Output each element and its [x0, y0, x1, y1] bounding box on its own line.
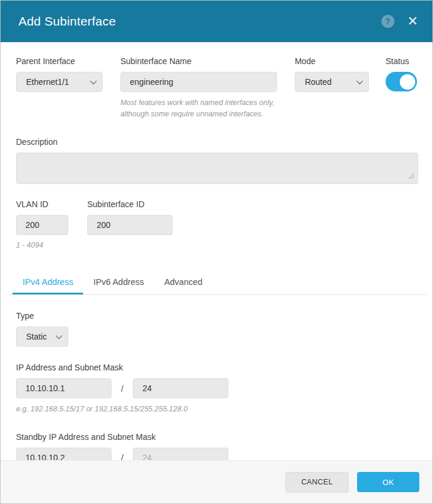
subnet-mask-input[interactable]: [133, 378, 228, 398]
type-label: Type: [16, 311, 417, 321]
dialog-header: Add Subinterface ? ✕: [1, 1, 432, 42]
subinterface-name-helper: Most features work with named interfaces…: [120, 97, 277, 121]
dialog-body: Parent Interface Ethernet1/1 Subinterfac…: [1, 42, 432, 460]
description-textarea[interactable]: [16, 153, 418, 184]
subinterface-name-input[interactable]: [120, 72, 277, 92]
ip-separator: /: [121, 383, 123, 394]
standby-mask-input[interactable]: [133, 448, 228, 461]
chevron-down-icon: [356, 78, 363, 84]
vlan-id-input[interactable]: [16, 215, 68, 235]
ip-address-label: IP Address and Subnet Mask: [16, 363, 417, 372]
row-id-fields: VLAN ID 1 - 4094 Subinterface ID: [16, 199, 417, 251]
standby-ip-row: /: [16, 448, 417, 461]
row-top-fields: Parent Interface Ethernet1/1 Subinterfac…: [16, 56, 417, 121]
ip-address-hint: e.g. 192.168.5.15/17 or 192.168.5.15/255…: [16, 404, 417, 415]
mode-label: Mode: [295, 56, 369, 66]
address-tabs: IPv4 Address IPv6 Address Advanced: [7, 271, 426, 295]
standby-ip-label: Standby IP Address and Subnet Mask: [16, 432, 417, 442]
parent-interface-label: Parent Interface: [16, 56, 103, 66]
tab-ipv6-address[interactable]: IPv6 Address: [83, 271, 154, 294]
subinterface-name-label: Subinterface Name: [120, 56, 277, 66]
subinterface-id-label: Subinterface ID: [87, 199, 173, 209]
close-icon[interactable]: ✕: [407, 15, 418, 28]
standby-ip-input[interactable]: [16, 448, 112, 461]
chevron-down-icon: [56, 332, 62, 339]
ip-address-input[interactable]: [16, 378, 112, 398]
dialog-title: Add Subinterface: [18, 14, 381, 28]
type-select[interactable]: Static: [16, 327, 68, 347]
description-label: Description: [16, 137, 417, 147]
mode-select[interactable]: Routed: [295, 72, 369, 92]
cancel-button[interactable]: CANCEL: [285, 472, 349, 493]
mode-value: Routed: [305, 77, 332, 87]
add-subinterface-dialog: Add Subinterface ? ✕ Parent Interface Et…: [0, 0, 433, 504]
dialog-footer: CANCEL OK: [1, 460, 432, 503]
parent-interface-select[interactable]: Ethernet1/1: [16, 72, 103, 92]
status-toggle[interactable]: [386, 72, 417, 91]
chevron-down-icon: [90, 78, 97, 84]
parent-interface-value: Ethernet1/1: [26, 77, 69, 87]
standby-separator: /: [121, 452, 123, 460]
type-value: Static: [26, 332, 47, 341]
tab-ipv4-address[interactable]: IPv4 Address: [12, 271, 83, 294]
tab-advanced[interactable]: Advanced: [154, 271, 213, 294]
status-label: Status: [386, 56, 417, 66]
toggle-knob: [400, 74, 415, 90]
vlan-id-label: VLAN ID: [16, 199, 68, 209]
vlan-id-hint: 1 - 4094: [16, 240, 68, 251]
subinterface-id-input[interactable]: [87, 215, 173, 235]
ok-button[interactable]: OK: [357, 472, 419, 492]
help-icon[interactable]: ?: [381, 15, 394, 28]
ip-address-row: /: [16, 378, 417, 398]
